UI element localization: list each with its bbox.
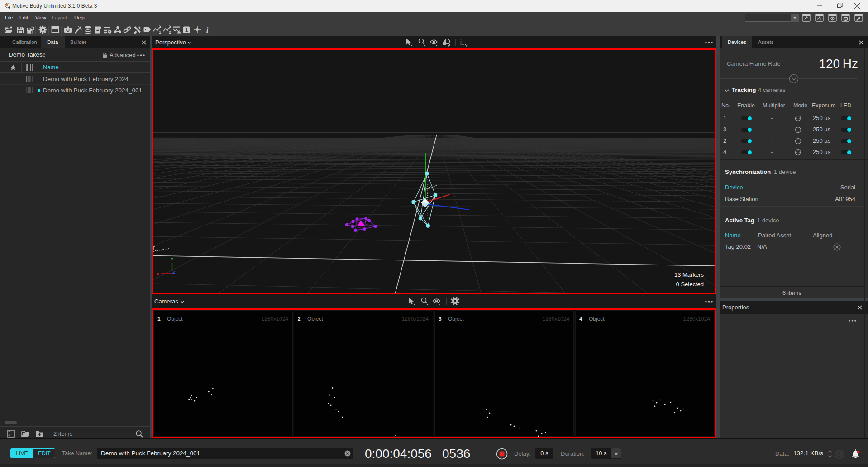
svg-text:x: x [157, 272, 159, 276]
svg-text:1: 1 [185, 27, 188, 33]
svg-text:1: 1 [159, 30, 161, 34]
svg-text:Y: Y [171, 257, 173, 262]
svg-text:i: i [206, 26, 209, 34]
svg-text:2: 2 [169, 30, 171, 34]
svg-text:Z: Z [172, 270, 175, 274]
